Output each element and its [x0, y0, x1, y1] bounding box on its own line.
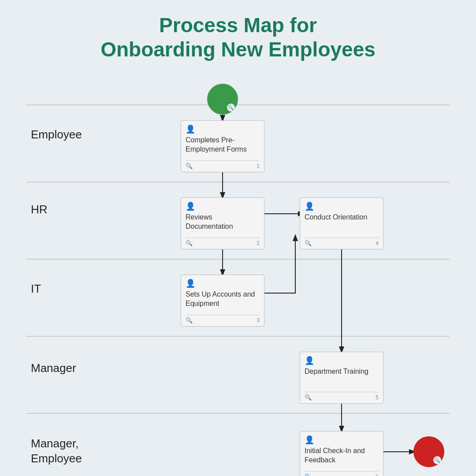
title-line2: Onboarding New Employees — [100, 38, 376, 61]
box-number-3: 3 — [257, 317, 260, 324]
box-number-4: 4 — [376, 240, 379, 246]
person-icon-2: 👤 — [186, 201, 260, 211]
box-label-6: Initial Check-In and Feedback — [305, 446, 379, 469]
start-circle: 🔍 — [207, 84, 238, 115]
person-icon-5: 👤 — [305, 356, 379, 365]
start-circle-search[interactable]: 🔍 — [227, 104, 235, 112]
box-5[interactable]: 👤 Department Training 🔍 5 — [300, 352, 383, 404]
search-icon-4[interactable]: 🔍 — [305, 240, 312, 246]
person-icon-4: 👤 — [305, 201, 379, 211]
box-footer-6: 🔍 6 — [305, 471, 379, 476]
box-label-1: Completes Pre-Employment Forms — [186, 136, 260, 158]
box-4[interactable]: 👤 Conduct Orientation 🔍 4 — [300, 197, 383, 249]
box-1[interactable]: 👤 Completes Pre-Employment Forms 🔍 1 — [181, 120, 264, 172]
search-icon-1[interactable]: 🔍 — [186, 163, 193, 169]
box-number-2: 2 — [257, 240, 260, 246]
person-icon-3: 👤 — [186, 279, 260, 288]
box-label-3: Sets Up Accounts and Equipment — [186, 290, 260, 312]
title-line1: Process Map for — [159, 14, 317, 37]
lane-label-it: IT — [31, 282, 41, 296]
diagram-area: 🔍 🔍 Employee HR IT Manager Manager,Emplo… — [26, 75, 450, 458]
box-footer-2: 🔍 2 — [186, 238, 260, 246]
box-label-5: Department Training — [305, 367, 379, 389]
search-icon-6[interactable]: 🔍 — [305, 473, 312, 476]
person-icon-1: 👤 — [186, 124, 260, 134]
search-icon-2[interactable]: 🔍 — [186, 240, 193, 246]
lane-label-employee: Employee — [31, 128, 82, 141]
box-footer-5: 🔍 5 — [305, 392, 379, 401]
person-icon-6: 👤 — [305, 435, 379, 445]
box-3[interactable]: 👤 Sets Up Accounts and Equipment 🔍 3 — [181, 275, 264, 327]
search-icon-3[interactable]: 🔍 — [186, 317, 193, 324]
lane-label-manager: Manager — [31, 361, 76, 375]
box-footer-4: 🔍 4 — [305, 238, 379, 246]
lane-label-manager-employee: Manager,Employee — [31, 436, 82, 466]
search-icon-5[interactable]: 🔍 — [305, 394, 312, 401]
box-label-4: Conduct Orientation — [305, 213, 379, 235]
lane-label-hr: HR — [31, 203, 48, 216]
box-number-1: 1 — [257, 163, 260, 169]
box-label-2: Reviews Documentation — [186, 213, 260, 235]
box-2[interactable]: 👤 Reviews Documentation 🔍 2 — [181, 197, 264, 249]
box-6[interactable]: 👤 Initial Check-In and Feedback 🔍 6 — [300, 431, 383, 476]
page-title: Process Map for Onboarding New Employees — [26, 13, 450, 62]
box-number-5: 5 — [376, 394, 379, 401]
end-circle: 🔍 — [413, 436, 444, 467]
end-circle-search[interactable]: 🔍 — [433, 456, 441, 464]
main-container: Process Map for Onboarding New Employees — [0, 0, 476, 476]
box-footer-1: 🔍 1 — [186, 160, 260, 169]
box-number-6: 6 — [376, 474, 379, 476]
box-footer-3: 🔍 3 — [186, 315, 260, 324]
